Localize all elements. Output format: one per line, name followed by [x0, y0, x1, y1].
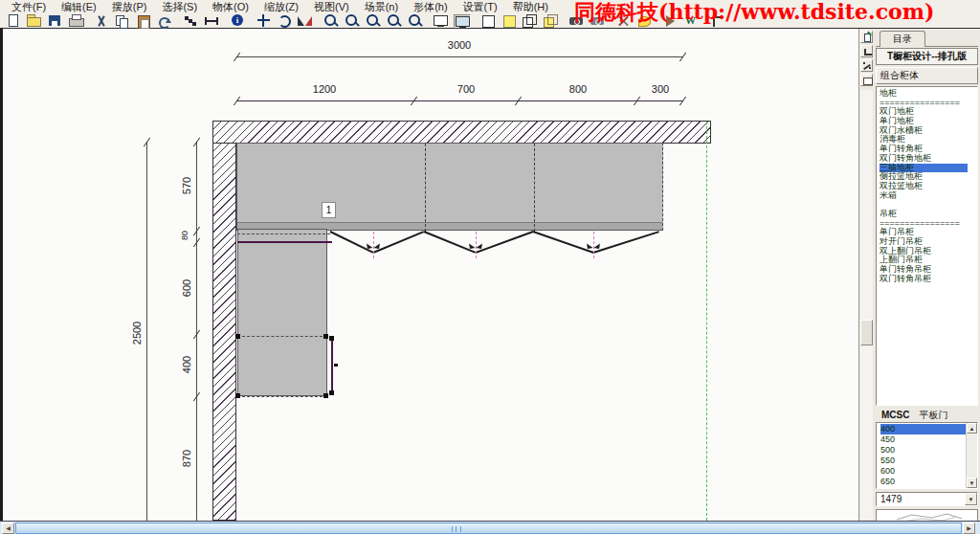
menu-item[interactable]: 形体(h): [406, 0, 455, 13]
combo-dropdown-icon[interactable]: ▼: [965, 493, 977, 505]
selection-handle[interactable]: [329, 390, 334, 395]
panel-title: T橱柜设计--排孔版: [876, 48, 978, 65]
drawing-canvas[interactable]: 3000 1200 700 800 300 2500 570 80 600 40…: [3, 29, 858, 521]
selection-handle[interactable]: [323, 334, 328, 339]
place-steps-icon[interactable]: [182, 14, 199, 28]
cube-solid-icon[interactable]: [543, 14, 560, 28]
size-list-scrollbar[interactable]: ▲ ▼: [966, 423, 977, 488]
hscroll-thumb[interactable]: [15, 523, 962, 534]
camera-icon[interactable]: [568, 14, 586, 28]
tools-icon[interactable]: [615, 14, 633, 28]
size-item[interactable]: 550: [880, 456, 966, 466]
horizontal-scrollbar[interactable]: ◀ ▶: [0, 521, 980, 534]
size-item[interactable]: 500: [880, 445, 966, 456]
open-file-icon[interactable]: [25, 14, 42, 28]
size-item[interactable]: 450: [880, 434, 966, 445]
dim-segment: 300: [652, 83, 669, 95]
rotate-icon[interactable]: [276, 14, 293, 28]
measure-icon[interactable]: [203, 14, 220, 28]
folder-tool-button[interactable]: [860, 74, 873, 86]
selection-handle[interactable]: [323, 393, 328, 398]
toolbar: [0, 13, 980, 29]
selection-handle[interactable]: [329, 336, 334, 341]
cut-icon[interactable]: [93, 14, 110, 28]
size-item[interactable]: 600: [880, 466, 966, 477]
selection-handle[interactable]: [334, 364, 338, 367]
page-edit-button[interactable]: [860, 31, 873, 43]
menu-item[interactable]: 摆放(P): [104, 0, 155, 13]
menu-bar: 文件(F)编辑(E)摆放(P)选择(S)物体(O)缩放(Z)视图(V)场景(n)…: [0, 0, 980, 13]
item-number-label[interactable]: 1: [322, 202, 336, 218]
menu-item[interactable]: 编辑(E): [54, 0, 104, 13]
menu-item[interactable]: 场景(n): [357, 0, 406, 13]
save-icon[interactable]: [46, 14, 63, 28]
scroll-up-icon[interactable]: ▲: [967, 423, 977, 434]
catalog-item[interactable]: 米箱: [880, 191, 977, 201]
dim-segment: 800: [569, 83, 587, 95]
panel-tab-row: 目录: [876, 30, 978, 47]
height-combobox[interactable]: 1479 ▼: [876, 492, 978, 506]
menu-item[interactable]: 选择(S): [154, 0, 205, 13]
dim-segment: 570: [181, 177, 192, 194]
selection-handle[interactable]: [235, 393, 240, 398]
walkthrough-icon[interactable]: [683, 14, 701, 28]
cabinet-separator: [534, 144, 535, 232]
menu-item[interactable]: 缩放(Z): [256, 0, 306, 13]
menu-item[interactable]: 视图(V): [306, 0, 357, 13]
light-icon[interactable]: [662, 14, 679, 28]
catalog-item[interactable]: 双门转角吊柜: [880, 275, 977, 284]
dim-line-segments: [236, 100, 682, 101]
menu-item[interactable]: 物体(O): [205, 0, 256, 13]
menu-item[interactable]: 帮助(H): [505, 0, 556, 13]
size-list[interactable]: 400450500550600650 ▲ ▼: [876, 422, 978, 489]
corner-tool-button[interactable]: [860, 45, 873, 57]
shaded-plane-icon[interactable]: [501, 14, 518, 28]
door-edge-line[interactable]: [331, 338, 333, 393]
copy-icon[interactable]: [114, 14, 131, 28]
camera-target-icon[interactable]: [590, 14, 607, 28]
new-file-icon[interactable]: [4, 14, 21, 28]
scroll-left-icon[interactable]: ◀: [2, 523, 14, 534]
menu-item[interactable]: 设置(T): [456, 0, 505, 13]
door-type-label[interactable]: 平板门: [919, 409, 947, 422]
view-window-icon[interactable]: [433, 14, 450, 28]
zoom-in-icon[interactable]: [323, 14, 340, 28]
door-centerline: [593, 232, 594, 258]
mirror-icon[interactable]: [297, 14, 314, 28]
tab-catalog[interactable]: 目录: [880, 31, 925, 47]
app-window: { "banner": { "text": "同德科技(http://www.t…: [0, 0, 980, 534]
canvas-vscroll-thumb[interactable]: [860, 320, 873, 345]
zoom-previous-icon[interactable]: [386, 14, 403, 28]
render-view-icon[interactable]: [454, 14, 471, 28]
dim-segment: 80: [180, 231, 189, 240]
wireframe-plane-icon[interactable]: [479, 14, 497, 28]
wall-top-hatch: [212, 121, 711, 144]
selection-handle[interactable]: [235, 334, 240, 339]
info-icon[interactable]: [229, 14, 246, 28]
zoom-out-icon[interactable]: [344, 14, 361, 28]
paste-icon[interactable]: [135, 14, 152, 28]
scroll-right-icon[interactable]: ▶: [963, 523, 975, 534]
tall-cabinet[interactable]: [237, 229, 327, 396]
upper-cabinet-run[interactable]: [236, 143, 663, 231]
zoom-extents-icon[interactable]: [407, 14, 424, 28]
material-icon[interactable]: [636, 14, 654, 28]
drawer-bottom-line: [237, 396, 327, 397]
canvas-vertical-scrollbar[interactable]: [860, 90, 873, 520]
group-cabinet-button[interactable]: 组合柜体: [876, 67, 978, 84]
cabinet-catalog-list[interactable]: 地柜================双门地柜单门地柜双门水槽柜消毒柜单门转角柜双…: [876, 86, 978, 406]
cabinet-dashed-edge: [237, 234, 330, 234]
dim-segment: 1200: [313, 83, 336, 95]
print-icon[interactable]: [67, 14, 84, 28]
undo-icon[interactable]: [156, 14, 173, 28]
size-item[interactable]: 400: [880, 424, 966, 434]
zoom-window-icon[interactable]: [365, 14, 382, 28]
move-icon[interactable]: [255, 14, 272, 28]
size-item[interactable]: 650: [880, 477, 966, 487]
node-tool-button[interactable]: [860, 59, 873, 72]
cube-wireframe-icon[interactable]: [522, 14, 539, 28]
canvas-side-strip: [858, 29, 874, 521]
scroll-down-icon[interactable]: ▼: [967, 478, 977, 488]
menu-item[interactable]: 文件(F): [4, 0, 54, 13]
corner-icon[interactable]: [709, 14, 726, 28]
